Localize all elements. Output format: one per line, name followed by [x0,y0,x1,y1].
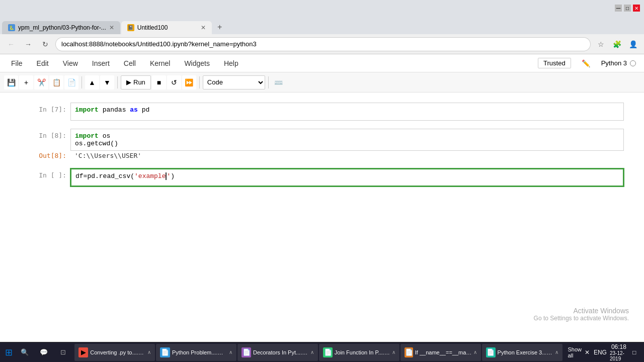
restart-button[interactable]: ↺ [167,75,181,89]
taskbar-item-6[interactable]: 📄 Python Exercise 3....mp4 ∧ [482,344,562,361]
taskbar-item-close-1[interactable]: ∧ [147,349,151,355]
add-cell-button[interactable]: + [19,75,33,89]
show-desktop-button[interactable]: □ [631,347,638,357]
restart-run-button[interactable]: ⏩ [182,75,196,89]
watermark-line1: Activate Windows [534,307,629,315]
new-tab-button[interactable]: + [213,20,227,34]
cell-3: In [ ]: df=pd.read_csv('example') [20,168,624,187]
taskbar-item-text-3: Decorators In Pyt....mp4 [253,349,308,355]
run-button[interactable]: ▶ Run [121,75,151,89]
bookmark-icon[interactable]: ☆ [594,37,608,51]
taskbar-item-close-6[interactable]: ∧ [555,349,558,355]
watermark-line2: Go to Settings to activate Windows. [534,315,629,322]
menu-file[interactable]: File [8,58,26,68]
paste-cell-button[interactable]: 📄 [64,75,78,89]
close-window-button[interactable]: ✕ [633,5,640,12]
maximize-button[interactable]: □ [624,5,631,12]
cell-2-content[interactable]: import os os.getcwd() [70,129,624,151]
cell-2-line1: import os [75,132,619,140]
start-button[interactable]: ⊞ [2,342,15,363]
taskbar-item-5[interactable]: 📄 If __name__==__mai....mp4 ∧ [400,344,481,361]
taskbar-search-icon[interactable]: 🔍 [17,345,32,360]
toolbar-separator-3 [199,76,200,88]
interrupt-button[interactable]: ■ [152,75,166,89]
cut-cell-button[interactable]: ✂️ [34,75,48,89]
run-icon: ▶ [126,78,131,86]
notebook-container: File Edit View Insert Cell Kernel Widget… [0,54,644,344]
cell-1-keyword-as: as [130,106,138,114]
cell-2-keyword-import: import [75,132,99,140]
time: 06:18 [611,343,626,350]
taskbar-item-text-1: Converting .py to....mp4 [90,349,145,355]
cell-3-row: In [ ]: df=pd.read_csv('example') [20,168,624,187]
tab-close-2[interactable]: ✕ [201,24,206,31]
taskbar-item-icon-1: ▶ [78,347,88,357]
edit-pencil-icon[interactable]: ✏️ [579,56,593,70]
menu-insert[interactable]: Insert [89,58,113,68]
menu-cell[interactable]: Cell [121,58,139,68]
taskbar-item-close-4[interactable]: ∧ [392,349,395,355]
taskbar-task-view-icon[interactable]: ⊡ [55,345,70,360]
back-button[interactable]: ← [4,37,18,51]
menu-widgets[interactable]: Widgets [181,58,213,68]
taskbar-item-1[interactable]: ▶ Converting .py to....mp4 ∧ [74,344,155,361]
cell-3-content[interactable]: df=pd.read_csv('example') [70,168,624,187]
toolbar-separator-1 [82,76,82,88]
tab-favicon-1: 🐍 [8,24,15,31]
cell-type-select[interactable]: Code Markdown Raw NBConvert [203,75,265,89]
taskbar-item-close-3[interactable]: ∧ [310,349,314,355]
cell-1: In [7]: import pandas as pd [20,103,624,121]
menu-bar: File Edit View Insert Cell Kernel Widget… [0,54,644,72]
taskbar: ⊞ 🔍 💬 ⊡ ▶ Converting .py to....mp4 ∧ 📄 P… [0,342,644,362]
menu-help[interactable]: Help [221,58,242,68]
tab-close-1[interactable]: ✕ [109,24,114,31]
taskbar-item-icon-6: 📄 [486,347,495,357]
keyboard-shortcuts-button[interactable]: ⌨️ [272,75,286,89]
taskbar-item-3[interactable]: 📄 Decorators In Pyt....mp4 ∧ [237,344,318,361]
copy-cell-button[interactable]: 📋 [49,75,63,89]
cell-1-content[interactable]: import pandas as pd [70,103,624,121]
taskbar-item-icon-3: 📄 [242,347,251,357]
taskbar-cortana-icon[interactable]: 💬 [36,345,51,360]
forward-button[interactable]: → [21,37,35,51]
window-controls[interactable]: ─ □ ✕ [615,5,640,12]
save-button[interactable]: 💾 [4,75,18,89]
cell-2: In [8]: import os os.getcwd() Out[8]: 'C… [20,129,624,160]
title-bar: ─ □ ✕ [0,0,644,16]
menu-view[interactable]: View [60,58,81,68]
tab-title-1: ypm_ml_python/03-Python-for-... [18,24,106,31]
address-input[interactable] [55,37,591,51]
reload-button[interactable]: ↻ [38,37,52,51]
close-all-button[interactable]: ✕ [585,349,590,356]
toolbar-separator-2 [117,76,118,88]
taskbar-item-4[interactable]: 📄 Join Function In P....mp4 ∧ [319,344,399,361]
watermark: Activate Windows Go to Settings to activ… [534,307,629,322]
address-icons: ☆ 🧩 👤 [594,37,640,51]
taskbar-item-close-2[interactable]: ∧ [229,349,232,355]
menu-kernel[interactable]: Kernel [147,58,173,68]
toolbar-separator-4 [268,76,269,88]
cell-2-output-label: Out[8]: [20,151,70,160]
taskbar-items: ▶ Converting .py to....mp4 ∧ 📄 Python Pr… [72,344,565,361]
cell-1-row: In [7]: import pandas as pd [20,103,624,121]
menu-edit[interactable]: Edit [34,58,52,68]
browser-tab-1[interactable]: 🐍 ypm_ml_python/03-Python-for-... ✕ [2,21,120,34]
taskbar-item-close-5[interactable]: ∧ [473,349,477,355]
address-bar: ← → ↻ ☆ 🧩 👤 [0,34,644,54]
show-all-button[interactable]: Show all [565,345,585,359]
taskbar-item-text-6: Python Exercise 3....mp4 [498,349,553,355]
kernel-status: Python 3 [601,59,636,67]
extensions-icon[interactable]: 🧩 [610,37,624,51]
cell-2-text-os: os [103,132,111,140]
trusted-button[interactable]: Trusted [538,58,571,68]
kernel-circle-icon [630,60,636,66]
browser-tab-2[interactable]: 📓 Untitled100 ✕ [121,21,212,34]
tab-title-2: Untitled100 [137,24,198,31]
cell-1-label: In [7]: [20,103,70,121]
minimize-button[interactable]: ─ [615,5,622,12]
profile-icon[interactable]: 👤 [626,37,640,51]
taskbar-item-2[interactable]: 📄 Python Problem....mp4 ∧ [156,344,236,361]
move-down-button[interactable]: ▼ [100,75,114,89]
toolbar: 💾 + ✂️ 📋 📄 ▲ ▼ ▶ Run ■ ↺ ⏩ Code Markdown… [0,72,644,93]
move-up-button[interactable]: ▲ [85,75,99,89]
